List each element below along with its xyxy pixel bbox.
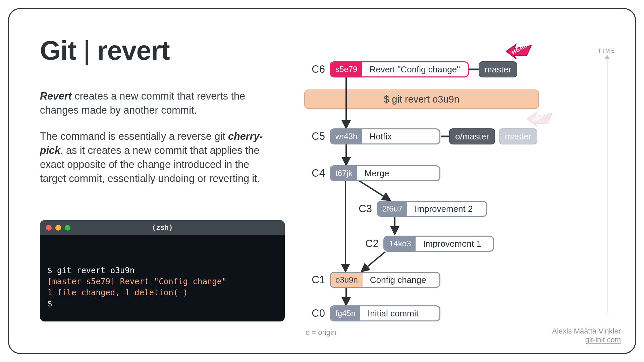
credit-site: git-init.com [552, 336, 621, 344]
title-sep: | [83, 36, 90, 65]
origin-note: o = origin [306, 328, 336, 337]
commit-label: C3 [351, 203, 372, 215]
commit-c3: C3 2f6u7 Improvement 2 [351, 201, 487, 217]
commit-pill: fg45n Initial commit [330, 305, 440, 321]
commit-pill: t67jk Merge [330, 165, 440, 181]
commit-hash: t67jk [331, 166, 357, 180]
commit-pill: 14ko3 Improvement 1 [383, 236, 494, 252]
head-arrow: HEAD [502, 39, 533, 63]
graph-links [304, 46, 613, 334]
commit-hash: 14ko3 [384, 237, 416, 251]
commit-msg: Initial commit [360, 308, 426, 319]
commit-c2: C2 14ko3 Improvement 1 [358, 236, 494, 252]
commit-label: C6 [304, 63, 325, 75]
commit-c5: C5 wr43h Hotfix [304, 128, 440, 144]
title-left: Git [40, 36, 76, 65]
commit-msg: Merge [357, 168, 397, 179]
head-arrow-old: HEAD [523, 107, 554, 131]
commit-hash: wr43h [331, 129, 362, 143]
commit-msg: Improvement 2 [407, 204, 480, 214]
commit-msg: Revert "Config change" [362, 64, 467, 75]
commit-label: C4 [304, 167, 325, 179]
time-axis [607, 58, 607, 313]
commit-pill: wr43h Hotfix [330, 128, 440, 144]
para2-c: , as it creates a new commit that applie… [40, 144, 260, 184]
paragraph-1: Revert creates a new commit that reverts… [40, 89, 268, 117]
commit-hash: o3u9n [331, 273, 363, 287]
credit-name: Alexis Määttä Vinkler [552, 327, 621, 336]
commit-hash: 2f6u7 [378, 202, 407, 216]
branch-master-old: master [499, 128, 537, 144]
commit-label: C1 [304, 274, 325, 286]
commit-c1: C1 o3u9n Config change [304, 272, 440, 288]
term-l3: 1 file changed, 1 deletion(-) [47, 288, 188, 297]
commit-pill: o3u9n Config change [330, 272, 440, 288]
slide-title: Git | revert [40, 35, 170, 66]
title-right: revert [97, 36, 169, 65]
branch-o-master: o/master [449, 128, 495, 144]
commit-pill: s5e79 Revert "Config change" [330, 61, 469, 77]
paragraph-2: The command is essentially a reverse git… [40, 129, 268, 185]
commit-c4: C4 t67jk Merge [304, 165, 440, 181]
commit-c0: C0 fg45n Initial commit [304, 305, 440, 321]
commit-pill: 2f6u7 Improvement 2 [377, 201, 487, 217]
commit-graph: TIME $ git revert o3u9n [304, 46, 613, 334]
terminal-title: (zsh) [40, 224, 285, 232]
branch-master: master [479, 61, 517, 77]
terminal: (zsh) $ git revert o3u9n [master s5e79] … [40, 220, 285, 321]
commit-label: C5 [304, 130, 325, 142]
commit-c6: C6 s5e79 Revert "Config change" [304, 61, 469, 77]
terminal-titlebar: (zsh) [40, 220, 285, 235]
commit-msg: Config change [363, 275, 434, 285]
term-l2: [master s5e79] Revert "Config change" [47, 277, 227, 286]
time-label: TIME [598, 48, 616, 54]
term-l1: $ git revert o3u9n [47, 266, 135, 275]
terminal-body: $ git revert o3u9n [master s5e79] Revert… [40, 235, 285, 315]
commit-label: C2 [358, 238, 379, 250]
command-bar: $ git revert o3u9n [304, 89, 539, 109]
slide-frame: Git | revert Revert creates a new commit… [8, 8, 636, 354]
commit-msg: Hotfix [362, 131, 399, 142]
para2-a: The command is essentially a reverse git [40, 130, 228, 142]
commit-hash: fg45n [331, 306, 360, 320]
commit-msg: Improvement 1 [416, 239, 488, 249]
commit-hash: s5e79 [331, 62, 362, 76]
term-l4: $ [47, 299, 52, 308]
commit-label: C0 [304, 307, 325, 319]
slide-credit: Alexis Määttä Vinkler git-init.com [552, 327, 621, 344]
para1-lead: Revert [40, 90, 72, 102]
